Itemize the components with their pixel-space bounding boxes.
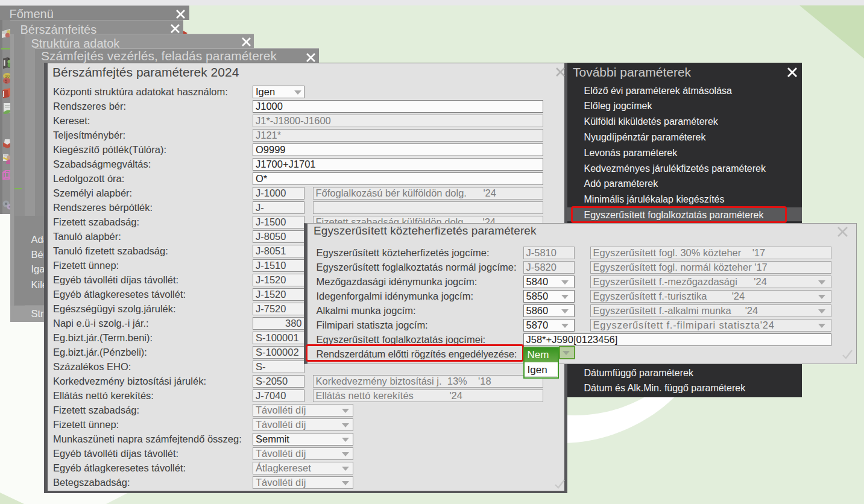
svg-text:5: 5 bbox=[5, 79, 7, 83]
svg-text:10: 10 bbox=[5, 74, 10, 78]
